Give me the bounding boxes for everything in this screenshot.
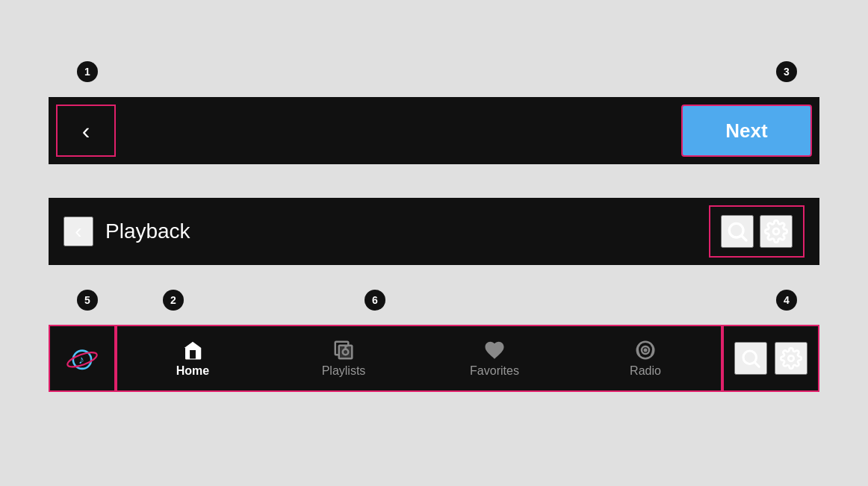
middle-right-controls bbox=[709, 205, 805, 258]
badge-1: 1 bbox=[77, 61, 98, 82]
svg-point-2 bbox=[773, 228, 779, 234]
app-logo-icon: ♪ bbox=[63, 339, 102, 378]
home-icon bbox=[182, 339, 204, 361]
top-bar: ‹ Next bbox=[49, 97, 819, 164]
nav-favorites-label: Favorites bbox=[470, 364, 519, 378]
back-button-middle[interactable]: ‹ bbox=[63, 216, 93, 246]
svg-point-17 bbox=[788, 355, 794, 361]
nav-home-label: Home bbox=[176, 364, 209, 378]
svg-line-11 bbox=[346, 346, 349, 346]
gear-icon-bottom bbox=[780, 347, 802, 370]
radio-icon bbox=[634, 339, 657, 361]
bottom-bar: ♪ Home Playlists bbox=[49, 325, 819, 392]
nav-item-favorites[interactable]: Favorites bbox=[457, 339, 532, 378]
logo-area: ♪ bbox=[49, 325, 116, 392]
chevron-left-icon: ‹ bbox=[82, 119, 90, 143]
svg-line-16 bbox=[755, 363, 759, 367]
chevron-left-icon-middle: ‹ bbox=[75, 219, 81, 243]
svg-line-1 bbox=[742, 236, 746, 240]
search-button-middle[interactable] bbox=[721, 215, 754, 248]
nav-item-home[interactable]: Home bbox=[155, 339, 230, 378]
page-title: Playback bbox=[105, 219, 709, 243]
badge-4: 4 bbox=[776, 290, 797, 311]
search-icon-bottom bbox=[740, 347, 762, 370]
nav-radio-label: Radio bbox=[630, 364, 661, 378]
gear-icon-middle bbox=[764, 219, 788, 243]
svg-text:♪: ♪ bbox=[78, 353, 84, 366]
playlists-icon bbox=[332, 339, 355, 361]
middle-bar: ‹ Playback bbox=[49, 198, 819, 265]
nav-item-playlists[interactable]: Playlists bbox=[306, 339, 381, 378]
favorites-icon bbox=[483, 339, 506, 361]
settings-button-bottom[interactable] bbox=[775, 342, 807, 375]
next-button[interactable]: Next bbox=[681, 105, 812, 157]
badge-6: 6 bbox=[365, 290, 385, 311]
badge-2: 2 bbox=[163, 290, 184, 311]
bottom-right-controls bbox=[722, 325, 819, 392]
settings-button-middle[interactable] bbox=[760, 215, 793, 248]
search-button-bottom[interactable] bbox=[734, 342, 767, 375]
next-label: Next bbox=[725, 119, 767, 143]
badge-5: 5 bbox=[77, 290, 98, 311]
badge-3: 3 bbox=[776, 61, 797, 82]
nav-items: Home Playlists Favorites bbox=[116, 325, 722, 392]
svg-point-14 bbox=[645, 349, 647, 352]
back-button-top[interactable]: ‹ bbox=[56, 105, 116, 157]
nav-item-radio[interactable]: Radio bbox=[608, 339, 683, 378]
search-icon-middle bbox=[725, 219, 749, 243]
nav-playlists-label: Playlists bbox=[322, 364, 366, 378]
